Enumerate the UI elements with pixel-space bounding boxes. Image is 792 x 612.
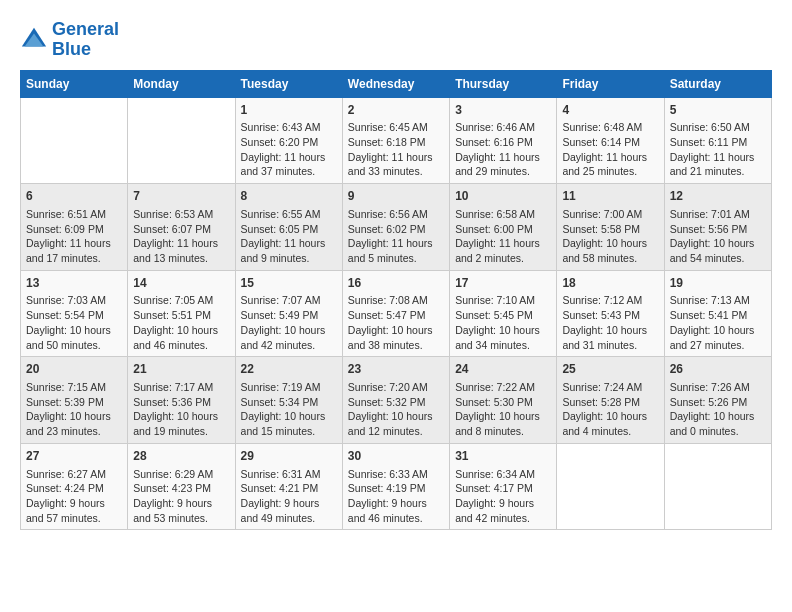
day-number: 8 [241,188,337,205]
cell-info: Sunrise: 6:43 AM [241,120,337,135]
cell-info: Daylight: 10 hours and 34 minutes. [455,323,551,352]
cell-info: Sunset: 5:56 PM [670,222,766,237]
cell-info: Sunrise: 7:26 AM [670,380,766,395]
cell-info: Sunrise: 7:07 AM [241,293,337,308]
cell-info: Sunset: 6:18 PM [348,135,444,150]
day-number: 15 [241,275,337,292]
cell-info: Daylight: 11 hours and 9 minutes. [241,236,337,265]
calendar-body: 1Sunrise: 6:43 AMSunset: 6:20 PMDaylight… [21,97,772,530]
day-number: 3 [455,102,551,119]
cell-info: Daylight: 11 hours and 25 minutes. [562,150,658,179]
day-number: 22 [241,361,337,378]
cell-info: Daylight: 9 hours and 46 minutes. [348,496,444,525]
cell-info: Sunset: 6:00 PM [455,222,551,237]
cell-info: Daylight: 10 hours and 42 minutes. [241,323,337,352]
cell-info: Sunrise: 6:29 AM [133,467,229,482]
calendar-cell: 16Sunrise: 7:08 AMSunset: 5:47 PMDayligh… [342,270,449,357]
calendar-cell: 29Sunrise: 6:31 AMSunset: 4:21 PMDayligh… [235,443,342,530]
cell-info: Sunset: 5:41 PM [670,308,766,323]
calendar-cell [557,443,664,530]
day-number: 6 [26,188,122,205]
calendar-cell: 12Sunrise: 7:01 AMSunset: 5:56 PMDayligh… [664,184,771,271]
cell-info: Daylight: 10 hours and 31 minutes. [562,323,658,352]
cell-info: Sunrise: 6:53 AM [133,207,229,222]
cell-info: Sunset: 4:19 PM [348,481,444,496]
cell-info: Daylight: 11 hours and 2 minutes. [455,236,551,265]
calendar-cell: 13Sunrise: 7:03 AMSunset: 5:54 PMDayligh… [21,270,128,357]
cell-info: Daylight: 9 hours and 53 minutes. [133,496,229,525]
cell-info: Sunrise: 6:48 AM [562,120,658,135]
day-number: 24 [455,361,551,378]
calendar-cell: 8Sunrise: 6:55 AMSunset: 6:05 PMDaylight… [235,184,342,271]
cell-info: Sunset: 6:02 PM [348,222,444,237]
day-number: 20 [26,361,122,378]
calendar-cell: 21Sunrise: 7:17 AMSunset: 5:36 PMDayligh… [128,357,235,444]
cell-info: Sunset: 5:49 PM [241,308,337,323]
calendar-cell: 2Sunrise: 6:45 AMSunset: 6:18 PMDaylight… [342,97,449,184]
calendar-cell [21,97,128,184]
cell-info: Sunset: 5:51 PM [133,308,229,323]
cell-info: Sunset: 6:16 PM [455,135,551,150]
calendar-cell: 19Sunrise: 7:13 AMSunset: 5:41 PMDayligh… [664,270,771,357]
day-number: 23 [348,361,444,378]
header-cell-sunday: Sunday [21,70,128,97]
calendar-cell [664,443,771,530]
cell-info: Daylight: 11 hours and 5 minutes. [348,236,444,265]
day-number: 5 [670,102,766,119]
week-row-3: 13Sunrise: 7:03 AMSunset: 5:54 PMDayligh… [21,270,772,357]
cell-info: Sunset: 5:28 PM [562,395,658,410]
cell-info: Sunrise: 6:33 AM [348,467,444,482]
calendar-cell: 6Sunrise: 6:51 AMSunset: 6:09 PMDaylight… [21,184,128,271]
day-number: 9 [348,188,444,205]
week-row-1: 1Sunrise: 6:43 AMSunset: 6:20 PMDaylight… [21,97,772,184]
day-number: 21 [133,361,229,378]
header-row: SundayMondayTuesdayWednesdayThursdayFrid… [21,70,772,97]
header-cell-saturday: Saturday [664,70,771,97]
cell-info: Sunrise: 7:22 AM [455,380,551,395]
calendar-cell: 5Sunrise: 6:50 AMSunset: 6:11 PMDaylight… [664,97,771,184]
header-cell-friday: Friday [557,70,664,97]
calendar-cell: 27Sunrise: 6:27 AMSunset: 4:24 PMDayligh… [21,443,128,530]
week-row-4: 20Sunrise: 7:15 AMSunset: 5:39 PMDayligh… [21,357,772,444]
calendar-cell: 28Sunrise: 6:29 AMSunset: 4:23 PMDayligh… [128,443,235,530]
cell-info: Sunset: 6:07 PM [133,222,229,237]
cell-info: Sunset: 5:26 PM [670,395,766,410]
logo: General Blue [20,20,119,60]
cell-info: Sunset: 5:58 PM [562,222,658,237]
cell-info: Sunset: 5:34 PM [241,395,337,410]
cell-info: Sunrise: 7:00 AM [562,207,658,222]
day-number: 2 [348,102,444,119]
cell-info: Sunrise: 6:58 AM [455,207,551,222]
day-number: 31 [455,448,551,465]
logo-icon [20,26,48,54]
calendar-cell: 30Sunrise: 6:33 AMSunset: 4:19 PMDayligh… [342,443,449,530]
cell-info: Daylight: 11 hours and 37 minutes. [241,150,337,179]
cell-info: Daylight: 11 hours and 17 minutes. [26,236,122,265]
cell-info: Sunrise: 7:20 AM [348,380,444,395]
header-cell-tuesday: Tuesday [235,70,342,97]
day-number: 16 [348,275,444,292]
calendar-cell: 1Sunrise: 6:43 AMSunset: 6:20 PMDaylight… [235,97,342,184]
cell-info: Sunrise: 7:17 AM [133,380,229,395]
cell-info: Sunrise: 7:19 AM [241,380,337,395]
header-cell-wednesday: Wednesday [342,70,449,97]
calendar-cell: 15Sunrise: 7:07 AMSunset: 5:49 PMDayligh… [235,270,342,357]
cell-info: Sunrise: 7:12 AM [562,293,658,308]
calendar-cell: 18Sunrise: 7:12 AMSunset: 5:43 PMDayligh… [557,270,664,357]
calendar-cell: 10Sunrise: 6:58 AMSunset: 6:00 PMDayligh… [450,184,557,271]
day-number: 10 [455,188,551,205]
day-number: 12 [670,188,766,205]
cell-info: Daylight: 10 hours and 54 minutes. [670,236,766,265]
cell-info: Daylight: 10 hours and 50 minutes. [26,323,122,352]
cell-info: Daylight: 10 hours and 46 minutes. [133,323,229,352]
logo-text: General Blue [52,20,119,60]
cell-info: Sunrise: 6:50 AM [670,120,766,135]
calendar-cell: 23Sunrise: 7:20 AMSunset: 5:32 PMDayligh… [342,357,449,444]
cell-info: Daylight: 9 hours and 57 minutes. [26,496,122,525]
cell-info: Daylight: 10 hours and 0 minutes. [670,409,766,438]
cell-info: Daylight: 11 hours and 13 minutes. [133,236,229,265]
cell-info: Daylight: 9 hours and 49 minutes. [241,496,337,525]
day-number: 28 [133,448,229,465]
cell-info: Daylight: 10 hours and 4 minutes. [562,409,658,438]
day-number: 1 [241,102,337,119]
